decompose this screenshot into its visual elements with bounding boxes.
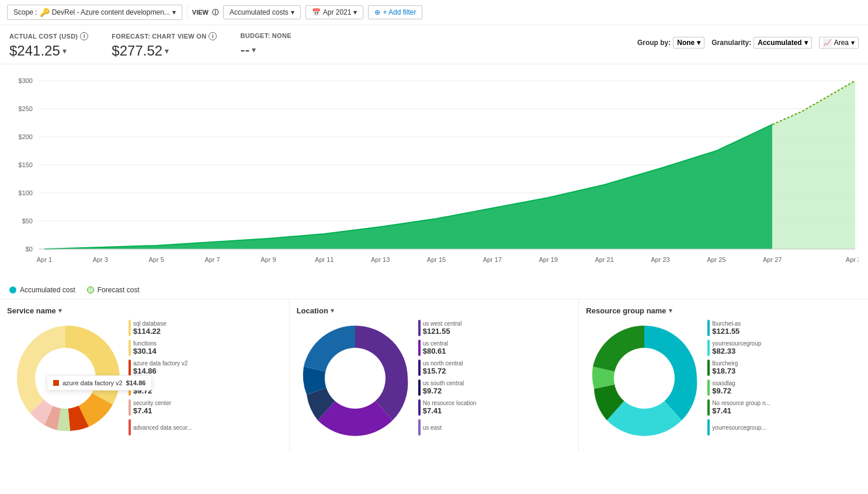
group-by-value: None xyxy=(677,39,695,47)
budget-label: BUDGET: NONE xyxy=(240,32,291,39)
list-item: No resource location $7.41 xyxy=(418,399,572,416)
service-name-header[interactable]: Service name ▾ xyxy=(7,306,282,315)
granularity-button[interactable]: Accumulated ▾ xyxy=(754,37,811,49)
accumulated-legend-dot xyxy=(9,286,16,293)
chart-type-icon: 📈 xyxy=(823,39,832,47)
bar-color xyxy=(707,379,710,396)
bar-color xyxy=(707,399,710,416)
divider-1 xyxy=(187,5,188,19)
bar-color xyxy=(707,320,710,336)
chart-controls: Group by: None ▾ Granularity: Accumulate… xyxy=(637,32,859,49)
group-by-button[interactable]: None ▾ xyxy=(673,37,704,49)
location-title: Location xyxy=(297,306,328,315)
forecast-chevron[interactable]: ▾ xyxy=(165,46,169,56)
period-button[interactable]: 📅 Apr 2021 ▾ xyxy=(305,5,364,19)
chevron-down-icon: ▾ xyxy=(172,8,176,16)
svg-text:Apr 3: Apr 3 xyxy=(93,256,108,263)
legend-accumulated: Accumulated cost xyxy=(9,286,75,294)
service-name-donut: azure data factory v2 $14.86 xyxy=(7,320,124,438)
list-item: yourresourcegroup $82.33 xyxy=(707,340,861,356)
svg-text:$50: $50 xyxy=(22,217,33,224)
service-name-title: Service name xyxy=(7,306,56,315)
view-value: Accumulated costs xyxy=(230,8,289,16)
period-value: Apr 2021 xyxy=(323,8,352,16)
list-item: security center $7.41 xyxy=(129,399,282,416)
svg-text:Apr 13: Apr 13 xyxy=(371,256,390,263)
view-control: VIEW ⓘ xyxy=(192,8,218,17)
budget-block: BUDGET: NONE -- ▾ xyxy=(240,32,291,58)
svg-text:$200: $200 xyxy=(19,133,33,140)
chevron-down-icon-groupby: ▾ xyxy=(697,39,700,47)
scope-icon: 🔑 xyxy=(40,8,50,17)
resource-group-panel: Resource group name ▾ xyxy=(579,299,868,451)
forecast-label: FORECAST: CHART VIEW ON i xyxy=(112,32,217,40)
granularity-value: Accumulated xyxy=(758,39,801,47)
svg-text:$300: $300 xyxy=(19,77,33,84)
resource-group-donut xyxy=(586,320,703,438)
bar-color xyxy=(129,320,131,336)
list-item: lburchel-as $121.55 xyxy=(707,320,861,336)
view-label: VIEW ⓘ xyxy=(192,8,218,17)
bar-color xyxy=(707,340,710,356)
svg-text:$0: $0 xyxy=(26,246,33,253)
svg-text:Apr 17: Apr 17 xyxy=(483,256,502,263)
list-item: yourresourcegroup... xyxy=(707,419,861,436)
chart-legend: Accumulated cost Forecast cost xyxy=(0,284,868,299)
bar-color xyxy=(418,320,421,336)
list-item: us north central $15.72 xyxy=(418,360,572,376)
svg-text:Apr 5: Apr 5 xyxy=(149,256,164,263)
svg-text:Apr 30: Apr 30 xyxy=(846,256,859,263)
list-item: sql database $114.22 xyxy=(129,320,282,336)
tooltip-color xyxy=(53,380,59,386)
resource-group-header[interactable]: Resource group name ▾ xyxy=(586,306,861,315)
list-item: No resource group n... $7.41 xyxy=(707,399,861,416)
forecast-legend-dot xyxy=(87,286,94,293)
group-by-control: Group by: None ▾ xyxy=(637,37,704,49)
actual-cost-label: ACTUAL COST (USD) i xyxy=(9,32,88,40)
svg-text:Apr 21: Apr 21 xyxy=(595,256,613,263)
add-filter-label: + Add filter xyxy=(383,8,416,16)
list-item: lburcheirg $18.73 xyxy=(707,360,861,376)
bar-color xyxy=(707,360,710,376)
view-info-icon: ⓘ xyxy=(212,9,218,16)
location-header[interactable]: Location ▾ xyxy=(297,306,572,315)
chevron-down-icon-gran: ▾ xyxy=(804,39,808,47)
bar-color xyxy=(418,419,421,436)
list-item: advanced data secur... xyxy=(129,419,282,436)
scope-label: Scope : xyxy=(13,8,37,16)
svg-text:Apr 9: Apr 9 xyxy=(261,256,276,263)
list-item: azure data factory v2 $14.86 xyxy=(129,360,282,376)
actual-cost-value: $241.25 ▾ xyxy=(9,43,88,59)
budget-value: -- ▾ xyxy=(240,42,291,58)
chart-type-button[interactable]: 📈 Area ▾ xyxy=(819,37,859,49)
add-filter-button[interactable]: ⊕ + Add filter xyxy=(368,5,422,19)
svg-text:Apr 1: Apr 1 xyxy=(37,256,52,263)
scope-name: DevRel - Azure content developmen... xyxy=(52,8,170,16)
chevron-down-icon-chart: ▾ xyxy=(851,39,855,47)
svg-text:Apr 27: Apr 27 xyxy=(763,256,782,263)
location-chevron: ▾ xyxy=(331,307,334,315)
svg-text:$150: $150 xyxy=(19,161,33,168)
bar-color xyxy=(129,340,131,356)
metrics-row: ACTUAL COST (USD) i $241.25 ▾ FORECAST: … xyxy=(0,25,868,64)
bar-color xyxy=(418,399,421,416)
svg-text:$250: $250 xyxy=(19,105,33,112)
location-donut xyxy=(297,320,414,438)
resource-group-title: Resource group name xyxy=(586,306,666,315)
location-content: us west central $121.55 us central $80.6… xyxy=(297,320,572,439)
forecast-info-icon[interactable]: i xyxy=(209,32,217,40)
bar-color xyxy=(418,379,421,396)
list-item: ssasdlag $9.72 xyxy=(707,379,861,396)
budget-chevron[interactable]: ▾ xyxy=(252,45,256,54)
granularity-label: Granularity: xyxy=(711,39,751,47)
svg-text:Apr 23: Apr 23 xyxy=(651,256,669,263)
scope-button[interactable]: Scope : 🔑 DevRel - Azure content develop… xyxy=(7,5,182,20)
svg-point-31 xyxy=(325,348,386,409)
list-item: functions $30.14 xyxy=(129,340,282,356)
actual-cost-chevron[interactable]: ▾ xyxy=(63,46,67,56)
forecast-block: FORECAST: CHART VIEW ON i $277.52 ▾ xyxy=(112,32,217,59)
actual-cost-info-icon[interactable]: i xyxy=(80,32,88,40)
view-button[interactable]: Accumulated costs ▾ xyxy=(223,5,301,19)
forecast-area xyxy=(772,81,855,249)
bar-color xyxy=(129,419,131,436)
